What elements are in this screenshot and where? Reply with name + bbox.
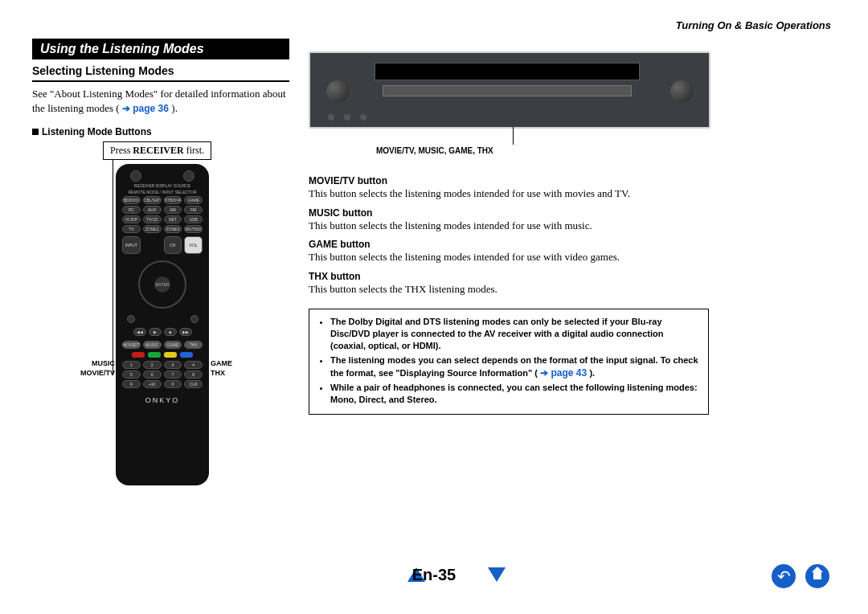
callout-c: first. bbox=[184, 145, 204, 156]
intro-text: See "About Listening Modes" for detailed… bbox=[32, 87, 289, 115]
heading-game: GAME button bbox=[309, 239, 709, 250]
remote-grid-4: TV ZONE2 ZONE3 MUTING bbox=[122, 225, 203, 233]
remote-btn: ZONE2 bbox=[143, 225, 162, 233]
remote-num-1: 1 2 3 4 bbox=[122, 361, 203, 369]
receiver-knob-left bbox=[326, 80, 349, 103]
remote-num-2: 5 6 7 8 bbox=[122, 370, 203, 379]
note-1: The Dolby Digital and DTS listening mode… bbox=[330, 316, 700, 352]
remote-grid-2: PC AUX AM FM bbox=[122, 206, 203, 214]
square-bullet-icon bbox=[32, 129, 39, 135]
undo-arrow-icon: ↶ bbox=[777, 567, 791, 586]
remote-btn: MUTING bbox=[184, 225, 203, 233]
remote-transport: ◀◀ bbox=[133, 328, 146, 336]
side-label-game: GAME bbox=[211, 359, 232, 367]
remote-btn: TV bbox=[122, 225, 141, 233]
right-column bbox=[309, 51, 710, 129]
back-button[interactable]: ↶ bbox=[772, 564, 796, 588]
link-arrow-icon: ➔ bbox=[122, 103, 130, 114]
remote-btn: AM bbox=[164, 206, 182, 214]
section-title-bar: Using the Listening Modes bbox=[32, 39, 289, 59]
callout-leader-line bbox=[113, 158, 113, 375]
remote-transport: ▶ bbox=[149, 328, 162, 336]
receiver-caption: MOVIE/TV, MUSIC, GAME, THX bbox=[376, 146, 493, 155]
remote-small-btn bbox=[127, 315, 135, 323]
remote-mode-game: GAME bbox=[164, 341, 182, 349]
remote-btn: CBL/SAT bbox=[143, 196, 162, 204]
heading-movietv: MOVIE/TV button bbox=[309, 175, 709, 186]
remote-num: 7 bbox=[164, 370, 182, 379]
note-3: While a pair of headphones is connected,… bbox=[330, 382, 700, 406]
remote-btn: FM bbox=[184, 206, 203, 214]
mini-heading-label: Listening Mode Buttons bbox=[42, 126, 152, 137]
breadcrumb: Turning On & Basic Operations bbox=[676, 19, 831, 31]
remote-num: +10 bbox=[143, 380, 162, 388]
link-page-36[interactable]: ➔ page 36 bbox=[122, 103, 171, 114]
remote-grid-1: BD/DVD CBL/SAT STB/DVR GAME bbox=[122, 196, 203, 204]
remote-btn: BD/DVD bbox=[122, 196, 141, 204]
footer-nav: En-35 ↶ bbox=[0, 566, 868, 598]
home-button[interactable] bbox=[805, 564, 829, 588]
callout-a: Press bbox=[110, 145, 133, 156]
color-red-icon bbox=[132, 352, 145, 358]
link-arrow-icon: ➔ bbox=[540, 367, 548, 379]
remote-power-source bbox=[183, 170, 194, 182]
color-blue-icon bbox=[180, 352, 193, 358]
side-label-thx: THX bbox=[211, 369, 225, 377]
remote-mode-row: MOVIE/TV MUSIC GAME THX bbox=[122, 341, 203, 349]
remote-btn: USB bbox=[184, 215, 203, 223]
remote-mode-thx: THX bbox=[184, 341, 203, 349]
note-box: The Dolby Digital and DTS listening mode… bbox=[309, 309, 709, 415]
heading-thx: THX button bbox=[309, 271, 709, 282]
left-column: Selecting Listening Modes See "About Lis… bbox=[32, 64, 289, 137]
receiver-jack bbox=[344, 114, 350, 121]
right-body: MOVIE/TV button This button selects the … bbox=[309, 169, 709, 415]
home-icon bbox=[812, 571, 823, 581]
remote-transport: ▶▶ bbox=[179, 328, 192, 336]
receiver-display bbox=[375, 63, 640, 80]
remote-num: 3 bbox=[164, 361, 182, 369]
callout-press-receiver: Press RECEIVER first. bbox=[103, 141, 211, 160]
remote-grid-3: VCR/P TV/CD NET USB bbox=[122, 215, 203, 223]
remote-num: 9 bbox=[122, 380, 141, 388]
note-2b: ). bbox=[589, 368, 595, 378]
remote-num: 6 bbox=[143, 370, 162, 379]
remote-power-receiver bbox=[130, 170, 141, 182]
remote-btn: NET bbox=[164, 215, 182, 223]
remote-num: 4 bbox=[184, 361, 203, 369]
remote-btn: AUX bbox=[143, 206, 162, 214]
remote-btn: STB/DVR bbox=[164, 196, 182, 204]
color-yellow-icon bbox=[164, 352, 177, 358]
remote-ch-toggle: CH bbox=[164, 236, 182, 254]
remote-row-label: REMOTE MODE / INPUT SELECTOR bbox=[122, 190, 203, 194]
remote-mode-movietv: MOVIE/TV bbox=[122, 341, 141, 349]
remote-vol-toggle: VOL bbox=[184, 236, 203, 254]
remote-top-labels: RECEIVER DISPLAY SOURCE bbox=[122, 183, 203, 188]
link-page-43[interactable]: ➔ page 43 bbox=[540, 367, 589, 379]
remote-btn: VCR/P bbox=[122, 215, 141, 223]
remote-enter: ENTER bbox=[154, 276, 170, 293]
heading-music: MUSIC button bbox=[309, 207, 709, 219]
next-page-button[interactable] bbox=[488, 567, 506, 582]
note-2a: The listening modes you can select depen… bbox=[330, 355, 698, 378]
page-number: En-35 bbox=[412, 566, 456, 584]
remote-num: 0 bbox=[164, 380, 182, 388]
remote-control-illustration: RECEIVER DISPLAY SOURCE REMOTE MODE / IN… bbox=[116, 164, 209, 485]
remote-num-3: 9 +10 0 CLR bbox=[122, 380, 203, 388]
link-page-43-label: page 43 bbox=[551, 367, 587, 379]
note-2: The listening modes you can select depen… bbox=[330, 354, 700, 379]
text-thx: This button selects the THX listening mo… bbox=[309, 282, 709, 297]
remote-transport: ■ bbox=[164, 328, 177, 336]
intro-b: ). bbox=[171, 102, 178, 114]
remote-btn: ZONE3 bbox=[164, 225, 182, 233]
side-label-music: MUSIC bbox=[83, 359, 115, 367]
remote-num: 2 bbox=[143, 361, 162, 369]
remote-body: RECEIVER DISPLAY SOURCE REMOTE MODE / IN… bbox=[116, 164, 209, 485]
receiver-button-panel bbox=[383, 85, 632, 96]
receiver-pointer-line bbox=[513, 127, 514, 145]
receiver-knob-right bbox=[670, 80, 693, 103]
remote-btn: TV/CD bbox=[143, 215, 162, 223]
receiver-front-illustration bbox=[309, 51, 710, 129]
remote-num: CLR bbox=[184, 380, 203, 388]
remote-color-row bbox=[122, 352, 203, 358]
remote-brand: ONKYO bbox=[122, 396, 203, 404]
